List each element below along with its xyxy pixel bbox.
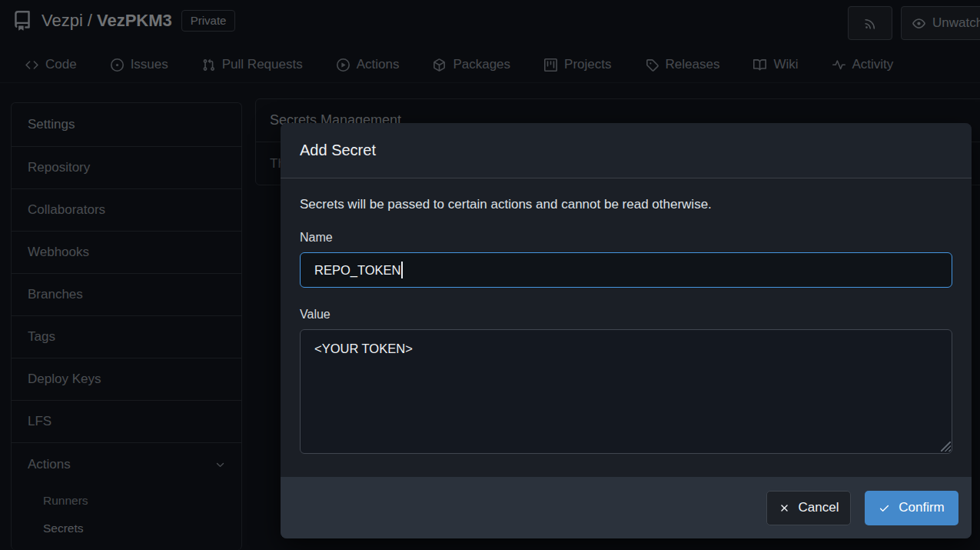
cancel-label: Cancel xyxy=(799,500,839,515)
confirm-button[interactable]: Confirm xyxy=(865,491,958,525)
secret-value-textarea[interactable]: <YOUR TOKEN> xyxy=(300,329,952,454)
modal-description: Secrets will be passed to certain action… xyxy=(300,197,952,212)
x-icon xyxy=(779,500,790,515)
text-cursor xyxy=(401,262,403,278)
secret-name-value: REPO_TOKEN xyxy=(314,263,400,278)
confirm-label: Confirm xyxy=(899,500,945,515)
add-secret-modal: Add Secret Secrets will be passed to cer… xyxy=(281,123,972,538)
modal-title: Add Secret xyxy=(300,142,376,159)
modal-header: Add Secret xyxy=(281,123,972,178)
modal-footer: Cancel Confirm xyxy=(281,477,972,538)
cancel-button[interactable]: Cancel xyxy=(766,491,851,525)
value-field-label: Value xyxy=(300,308,952,322)
modal-body: Secrets will be passed to certain action… xyxy=(281,178,972,477)
check-icon xyxy=(879,500,890,515)
secret-name-input[interactable]: REPO_TOKEN xyxy=(300,252,952,288)
name-field-label: Name xyxy=(300,231,952,245)
